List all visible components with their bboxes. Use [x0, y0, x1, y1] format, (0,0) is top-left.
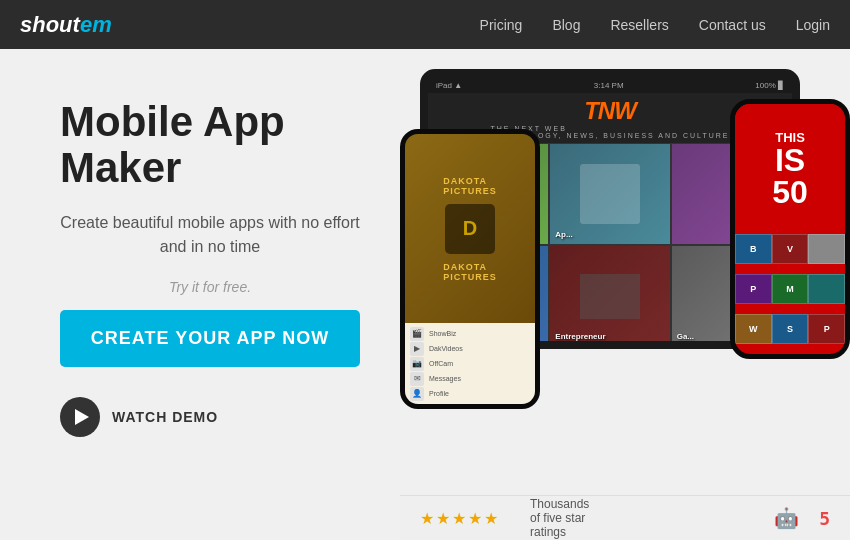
- menu-icon-2: ▶: [410, 342, 424, 356]
- menu-item-5: 👤 Profile: [410, 387, 530, 401]
- menu-item-3: 📷 OffCam: [410, 357, 530, 371]
- phone-menu: 🎬 ShowBiz ▶ DakVideos 📷 OffCam ✉ Message…: [405, 323, 535, 404]
- hero-title: Mobile App Maker: [60, 99, 360, 191]
- ig-cell-3: [808, 234, 845, 264]
- tablet-brand: iPad ▲: [436, 81, 462, 90]
- try-free-label: Try it for free.: [60, 279, 360, 295]
- ig-cell-9: P: [808, 314, 845, 344]
- logo-em-text: em: [80, 12, 112, 38]
- hero-subtitle: Create beautiful mobile apps with no eff…: [60, 211, 360, 259]
- right-panel: iPad ▲ 3:14 PM 100% ▊ TNW THE NEXT WEB T…: [400, 49, 850, 540]
- left-panel: Mobile App Maker Create beautiful mobile…: [0, 49, 400, 540]
- ig-cell-1: B: [735, 234, 772, 264]
- play-button[interactable]: [60, 397, 100, 437]
- watch-demo-label: WATCH DEMO: [112, 409, 218, 425]
- tablet-time: 3:14 PM: [594, 81, 624, 90]
- phone-screen: DAKOTAPICTURES D DAKOTAPICTURES 🎬 ShowBi…: [405, 134, 535, 404]
- ig-cell-7: W: [735, 314, 772, 344]
- header: shoutem Pricing Blog Resellers Contact u…: [0, 0, 850, 49]
- menu-item-2: ▶ DakVideos: [410, 342, 530, 356]
- tablet-status-bar: iPad ▲ 3:14 PM 100% ▊: [428, 77, 792, 93]
- phone-app-bg: DAKOTAPICTURES D DAKOTAPICTURES: [405, 134, 535, 323]
- phone-app-title-top: DAKOTAPICTURES: [443, 176, 497, 196]
- main-content: Mobile App Maker Create beautiful mobile…: [0, 49, 850, 540]
- nav-pricing[interactable]: Pricing: [480, 17, 523, 33]
- logo[interactable]: shoutem: [20, 12, 112, 38]
- nav-resellers[interactable]: Resellers: [610, 17, 668, 33]
- nav: Pricing Blog Resellers Contact us Login: [480, 17, 830, 33]
- iphone-50: 50: [772, 176, 808, 208]
- play-triangle-icon: [75, 409, 89, 425]
- html5-icon: 5: [819, 508, 830, 529]
- menu-icon-3: 📷: [410, 357, 424, 371]
- tnw-logo: TNW: [584, 97, 636, 125]
- cell-label-2: Ap...: [555, 230, 572, 239]
- menu-icon-5: 👤: [410, 387, 424, 401]
- grid-cell-5: Entrepreneur: [549, 245, 670, 347]
- ig-cell-8: S: [772, 314, 809, 344]
- iphone-content-text: THIS IS 50: [772, 131, 808, 208]
- cell-label-6: Ga...: [677, 332, 694, 341]
- phone-app-title-bottom: DAKOTAPICTURES: [443, 262, 497, 282]
- phone-app-logo: D: [445, 204, 495, 254]
- iphone-grid: B V P M W S P: [735, 234, 845, 354]
- iphone-screen: THIS IS 50 B V P M W S P: [735, 104, 845, 354]
- ig-cell-4: P: [735, 274, 772, 304]
- android-icon: 🤖: [774, 506, 799, 530]
- ig-cell-5: M: [772, 274, 809, 304]
- menu-item-4: ✉ Messages: [410, 372, 530, 386]
- ig-cell-6: [808, 274, 845, 304]
- nav-blog[interactable]: Blog: [552, 17, 580, 33]
- iphone-is: IS: [772, 144, 808, 176]
- star-ratings: ★★★★★: [420, 509, 500, 528]
- tablet-battery: 100% ▊: [755, 81, 784, 90]
- menu-icon-4: ✉: [410, 372, 424, 386]
- ratings-text: Thousands of five star ratings: [530, 497, 589, 539]
- logo-shout-text: shout: [20, 12, 80, 38]
- iphone-mockup: THIS IS 50 B V P M W S P: [730, 99, 850, 359]
- ig-cell-2: V: [772, 234, 809, 264]
- grid-cell-2: Ap...: [549, 143, 670, 245]
- nav-contact[interactable]: Contact us: [699, 17, 766, 33]
- cta-button[interactable]: CREATE YOUR APP NOW: [60, 310, 360, 367]
- menu-item-1: 🎬 ShowBiz: [410, 327, 530, 341]
- platform-icons: 🤖 5: [754, 506, 830, 530]
- watch-demo-button[interactable]: WATCH DEMO: [60, 397, 360, 437]
- android-phone-mockup: DAKOTAPICTURES D DAKOTAPICTURES 🎬 ShowBi…: [400, 129, 540, 409]
- cell-label-5: Entrepreneur: [555, 332, 605, 341]
- bottom-ratings-bar: ★★★★★ Thousands of five star ratings 🤖 5: [400, 495, 850, 540]
- nav-login[interactable]: Login: [796, 17, 830, 33]
- iphone-app-content: THIS IS 50: [735, 104, 845, 234]
- menu-icon-1: 🎬: [410, 327, 424, 341]
